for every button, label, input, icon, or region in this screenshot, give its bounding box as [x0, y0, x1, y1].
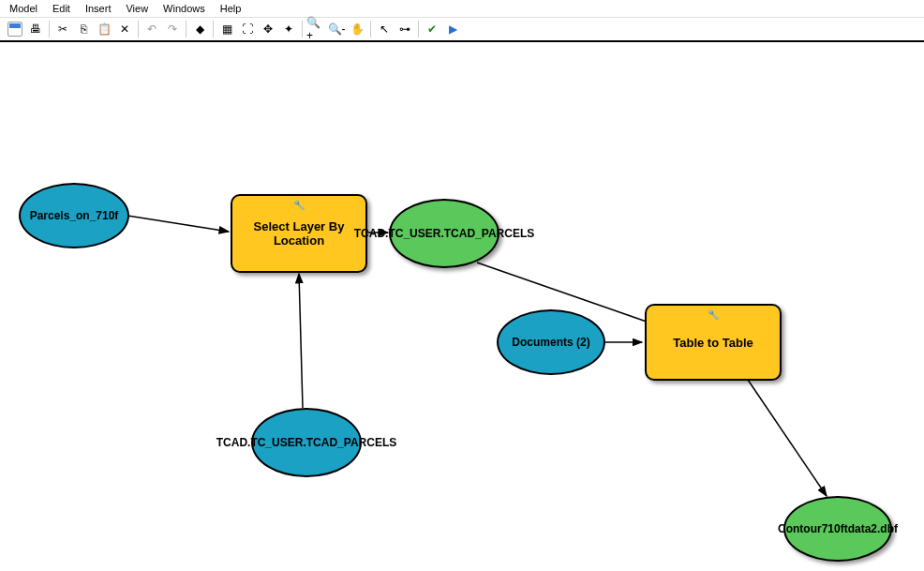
tool-icon: 🔧 — [293, 200, 305, 210]
delete-icon[interactable]: ✕ — [115, 20, 134, 38]
node-table-to-table[interactable]: 🔧 Table to Table — [645, 304, 782, 381]
zoom-in-icon[interactable]: 🔍+ — [306, 20, 325, 38]
toolbar-separator — [418, 21, 419, 38]
menu-windows[interactable]: Windows — [163, 3, 205, 14]
zoom-in-fixed-icon[interactable]: ✥ — [259, 20, 277, 38]
paste-icon[interactable]: 📋 — [95, 20, 113, 38]
toolbar-separator — [186, 21, 186, 38]
svg-line-5 — [748, 380, 827, 496]
full-extent-icon[interactable]: ⛶ — [238, 20, 257, 38]
zoom-out-fixed-icon[interactable]: ✦ — [279, 20, 298, 38]
auto-layout-icon[interactable]: ▦ — [217, 20, 236, 38]
node-label: Table to Table — [673, 336, 753, 350]
node-tcad-input[interactable]: TCAD.TC_USER.TCAD_PARCELS — [251, 408, 362, 477]
node-label: TCAD.TC_USER.TCAD_PARCELS — [216, 436, 396, 449]
toolbar-separator — [370, 21, 371, 38]
menu-view[interactable]: View — [126, 3, 148, 14]
connectors — [0, 42, 924, 571]
node-contour[interactable]: Contour710ftdata2.dbf — [783, 496, 892, 562]
svg-line-2 — [299, 274, 303, 408]
add-data-icon[interactable]: ◆ — [190, 20, 209, 38]
save-icon[interactable] — [6, 20, 24, 38]
select-icon[interactable]: ↖ — [375, 20, 394, 38]
node-select-layer-by-location[interactable]: 🔧 Select Layer By Location — [231, 194, 367, 273]
node-label: Parcels_on_710f — [30, 209, 119, 222]
zoom-out-icon[interactable]: 🔍- — [327, 20, 346, 38]
node-label: Documents (2) — [512, 336, 589, 349]
svg-line-0 — [127, 216, 229, 232]
run-icon[interactable]: ▶ — [443, 20, 462, 38]
menu-model[interactable]: Model — [9, 3, 37, 14]
model-canvas[interactable]: Parcels_on_710f 🔧 Select Layer By Locati… — [0, 42, 924, 571]
menu-help[interactable]: Help — [220, 3, 242, 14]
toolbar: 🖶✂⎘📋✕↶↷◆▦⛶✥✦🔍+🔍-✋↖⊶✔▶ — [0, 18, 924, 42]
connect-icon[interactable]: ⊶ — [395, 20, 414, 38]
validate-icon[interactable]: ✔ — [423, 20, 441, 38]
toolbar-separator — [49, 21, 50, 38]
node-parcels710f[interactable]: Parcels_on_710f — [19, 183, 129, 248]
cut-icon[interactable]: ✂ — [53, 20, 72, 38]
menubar: Model Edit Insert View Windows Help — [0, 0, 924, 18]
pan-icon[interactable]: ✋ — [348, 20, 366, 38]
undo-icon[interactable]: ↶ — [142, 20, 161, 38]
node-label: Contour710ftdata2.dbf — [778, 522, 898, 535]
copy-icon[interactable]: ⎘ — [74, 20, 93, 38]
menu-edit[interactable]: Edit — [52, 3, 70, 14]
node-label: Select Layer By Location — [238, 219, 360, 248]
toolbar-separator — [138, 21, 139, 38]
toolbar-separator — [213, 21, 214, 38]
node-documents2[interactable]: Documents (2) — [497, 309, 605, 375]
menu-insert[interactable]: Insert — [85, 3, 112, 14]
print-icon[interactable]: 🖶 — [26, 20, 45, 38]
node-tcad-output[interactable]: TCAD.TC_USER.TCAD_PARCELS — [389, 199, 499, 268]
node-label: TCAD.TC_USER.TCAD_PARCELS — [354, 227, 534, 240]
toolbar-separator — [302, 21, 303, 38]
redo-icon[interactable]: ↷ — [163, 20, 182, 38]
tool-icon: 🔧 — [708, 309, 719, 320]
